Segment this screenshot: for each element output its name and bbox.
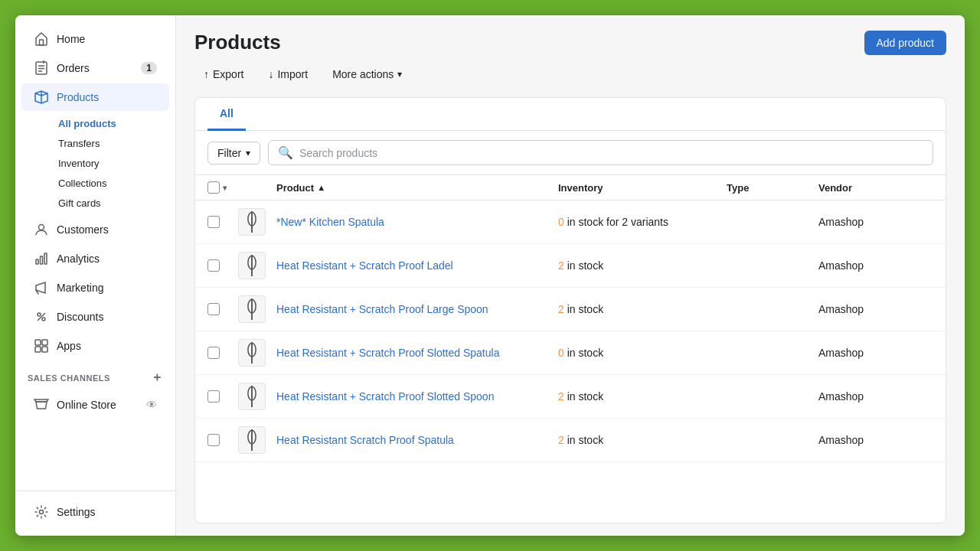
svg-rect-11 xyxy=(42,347,47,352)
svg-point-12 xyxy=(40,510,44,514)
sidebar-item-customers[interactable]: Customers xyxy=(21,216,169,243)
row-checkbox-2[interactable] xyxy=(207,303,220,315)
sidebar-item-analytics[interactable]: Analytics xyxy=(21,245,169,272)
sort-asc-icon: ▲ xyxy=(317,183,325,192)
product-link-1[interactable]: Heat Resistant + Scratch Proof Ladel xyxy=(276,259,453,272)
row-name-cell: Heat Resistant + Scratch Proof Slotted S… xyxy=(276,347,558,359)
more-actions-button[interactable]: More actions ▾ xyxy=(323,64,411,85)
table-header: ▾ Product ▲ Inventory Type Vendor xyxy=(195,175,946,201)
product-link-0[interactable]: *New* Kitchen Spatula xyxy=(276,216,384,228)
table-row: Heat Resistant Scratch Proof Spatula 2 i… xyxy=(195,419,946,462)
search-input[interactable] xyxy=(299,147,923,159)
select-all-wrapper: ▾ xyxy=(207,181,227,194)
row-checkbox-4[interactable] xyxy=(207,390,220,403)
submenu-collections[interactable]: Collections xyxy=(21,174,169,193)
orders-badge: 1 xyxy=(141,62,157,74)
import-button[interactable]: ↓ Import xyxy=(259,64,317,85)
submenu-gift-cards[interactable]: Gift cards xyxy=(21,194,169,213)
row-name-cell: *New* Kitchen Spatula xyxy=(276,216,558,228)
analytics-icon xyxy=(34,251,49,266)
sidebar-label-analytics: Analytics xyxy=(57,253,100,265)
row-inventory-cell: 2 in stock xyxy=(558,390,727,403)
product-thumbnail-0 xyxy=(238,208,266,236)
submenu-inventory[interactable]: Inventory xyxy=(21,154,169,173)
sidebar-item-apps[interactable]: Apps xyxy=(21,332,169,360)
select-all-chevron[interactable]: ▾ xyxy=(223,184,227,192)
page-header: Products ↑ Export ↓ Import More actions … xyxy=(176,15,965,85)
inventory-num-3: 0 xyxy=(558,347,564,359)
row-inventory-cell: 0 in stock xyxy=(558,347,727,359)
submenu-transfers[interactable]: Transfers xyxy=(21,134,169,153)
inventory-suffix-5: in stock xyxy=(564,434,603,446)
inventory-num-1: 2 xyxy=(558,259,564,272)
sidebar-label-discounts: Discounts xyxy=(57,311,103,323)
row-checkbox-1[interactable] xyxy=(207,259,220,272)
select-all-checkbox[interactable] xyxy=(207,181,220,194)
row-checkbox-5[interactable] xyxy=(207,434,220,446)
sidebar-item-products[interactable]: Products xyxy=(21,83,169,111)
search-wrapper: 🔍 xyxy=(268,140,933,165)
table-row: Heat Resistant + Scratch Proof Slotted S… xyxy=(195,331,946,375)
row-name-cell: Heat Resistant + Scratch Proof Ladel xyxy=(276,259,558,272)
export-button[interactable]: ↑ Export xyxy=(194,64,253,85)
add-channel-button[interactable]: ＋ xyxy=(151,370,164,386)
row-vendor-cell: Amashop xyxy=(818,347,933,359)
row-thumb-cell xyxy=(238,339,276,367)
svg-rect-4 xyxy=(41,256,43,264)
table-row: Heat Resistant + Scratch Proof Ladel 2 i… xyxy=(195,244,946,288)
store-icon xyxy=(34,396,49,413)
discounts-icon xyxy=(34,309,49,324)
table-body: *New* Kitchen Spatula 0 in stock for 2 v… xyxy=(195,201,946,462)
th-vendor[interactable]: Vendor xyxy=(818,181,933,194)
online-store-eye-icon[interactable]: 👁 xyxy=(146,399,157,411)
row-checkbox-3[interactable] xyxy=(207,347,220,359)
online-store-channel[interactable]: Online Store 👁 xyxy=(21,390,169,419)
row-inventory-cell: 2 in stock xyxy=(558,434,727,446)
tabs-bar: All xyxy=(195,98,946,131)
tab-all[interactable]: All xyxy=(207,98,246,131)
sidebar-label-products: Products xyxy=(57,91,99,103)
row-vendor-cell: Amashop xyxy=(818,259,933,272)
import-icon: ↓ xyxy=(268,68,273,80)
product-link-5[interactable]: Heat Resistant Scratch Proof Spatula xyxy=(276,434,454,446)
vendor-value-0: Amashop xyxy=(818,216,864,228)
row-thumb-cell xyxy=(238,383,276,410)
row-vendor-cell: Amashop xyxy=(818,303,933,315)
product-thumbnail-4 xyxy=(238,383,266,410)
sidebar-item-marketing[interactable]: Marketing xyxy=(21,274,169,302)
row-name-cell: Heat Resistant Scratch Proof Spatula xyxy=(276,434,558,446)
products-table: ▾ Product ▲ Inventory Type Vendor xyxy=(195,175,946,523)
filter-button[interactable]: Filter ▾ xyxy=(207,142,260,165)
inventory-num-4: 2 xyxy=(558,390,564,403)
inventory-suffix-3: in stock xyxy=(564,347,603,359)
row-checkbox-cell xyxy=(207,434,238,446)
filter-bar: Filter ▾ 🔍 xyxy=(195,131,946,175)
row-checkbox-cell xyxy=(207,259,238,272)
add-product-button[interactable]: Add product xyxy=(864,31,947,55)
sidebar-item-home[interactable]: Home xyxy=(21,25,169,53)
row-thumb-cell xyxy=(238,208,276,236)
th-type[interactable]: Type xyxy=(727,181,818,194)
sidebar-item-discounts[interactable]: Discounts xyxy=(21,303,169,331)
home-icon xyxy=(34,31,49,47)
sidebar-label-orders: Orders xyxy=(57,62,90,74)
inventory-suffix-1: in stock xyxy=(564,259,603,272)
sidebar-item-settings[interactable]: Settings xyxy=(21,498,169,526)
vendor-value-5: Amashop xyxy=(818,434,864,446)
inventory-num-2: 2 xyxy=(558,303,564,315)
th-product[interactable]: Product ▲ xyxy=(276,181,558,194)
settings-icon xyxy=(34,504,49,520)
product-link-4[interactable]: Heat Resistant + Scratch Proof Slotted S… xyxy=(276,390,494,403)
sidebar-item-orders[interactable]: Orders 1 xyxy=(21,54,169,82)
row-checkbox-cell xyxy=(207,303,238,315)
row-checkbox-0[interactable] xyxy=(207,216,220,228)
product-link-2[interactable]: Heat Resistant + Scratch Proof Large Spo… xyxy=(276,303,488,315)
product-thumbnail-2 xyxy=(238,295,266,323)
toolbar: ↑ Export ↓ Import More actions ▾ xyxy=(194,64,411,85)
product-link-3[interactable]: Heat Resistant + Scratch Proof Slotted S… xyxy=(276,347,499,359)
th-inventory[interactable]: Inventory xyxy=(558,181,727,194)
filter-chevron-icon: ▾ xyxy=(246,148,250,158)
vendor-value-1: Amashop xyxy=(818,259,864,272)
submenu-all-products[interactable]: All products xyxy=(21,114,169,133)
sidebar-label-home: Home xyxy=(57,33,85,45)
